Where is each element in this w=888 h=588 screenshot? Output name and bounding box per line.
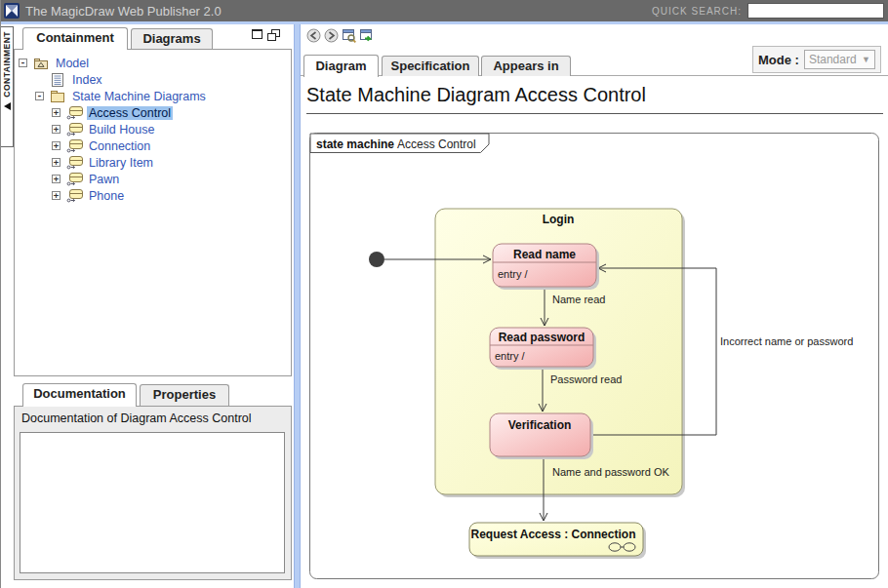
statemachine-diagram-icon bbox=[66, 156, 83, 170]
tree-item-library-item[interactable]: + Library Item bbox=[52, 154, 155, 171]
state-machine-diagram: state machine Access Control Login bbox=[309, 133, 879, 579]
frame-kind-label: state machine bbox=[316, 137, 394, 151]
collapse-expander-icon[interactable]: + bbox=[52, 125, 61, 134]
mode-select[interactable]: Standard ▼ bbox=[804, 50, 875, 69]
tree-item-pawn[interactable]: + Pawn bbox=[52, 171, 121, 187]
collapse-expander-icon[interactable]: + bbox=[52, 108, 61, 117]
containment-collapse-tab[interactable]: CONTAINMENT bbox=[1, 26, 14, 147]
collapse-expander-icon[interactable]: - bbox=[19, 59, 27, 67]
content-toolbar bbox=[306, 28, 374, 43]
tree-item-build-house[interactable]: + Build House bbox=[52, 121, 156, 137]
tab-diagram[interactable]: Diagram bbox=[303, 55, 379, 77]
open-in-new-window-icon[interactable] bbox=[359, 28, 374, 43]
tab-appears-in[interactable]: Appears in bbox=[481, 56, 571, 76]
tab-appears-in-label: Appears in bbox=[493, 59, 558, 73]
tree-item-label[interactable]: Model bbox=[54, 57, 91, 70]
minimize-panel-icon[interactable] bbox=[252, 29, 262, 39]
tab-diagrams-label: Diagrams bbox=[142, 31, 200, 46]
state-read-password-label: Read password bbox=[499, 331, 585, 344]
restore-panel-icon[interactable] bbox=[267, 29, 280, 41]
collapse-expander-icon[interactable]: + bbox=[52, 141, 61, 150]
tab-specification-label: Specification bbox=[391, 59, 470, 73]
initial-state[interactable] bbox=[369, 252, 384, 267]
forward-icon[interactable] bbox=[324, 28, 339, 43]
state-read-password[interactable]: Read password entry / bbox=[490, 328, 596, 370]
collapse-expander-icon[interactable]: + bbox=[52, 158, 61, 167]
tree-item-label[interactable]: Pawn bbox=[87, 173, 121, 186]
frame-name-label: Access Control bbox=[397, 137, 476, 151]
tree-item-phone[interactable]: + Phone bbox=[52, 187, 126, 204]
collapse-expander-icon[interactable]: + bbox=[52, 175, 61, 183]
tree-item-label[interactable]: Connection bbox=[87, 139, 152, 153]
collapse-arrow-icon bbox=[4, 102, 11, 110]
documentation-header: Documentation of Diagram Access Control bbox=[21, 412, 252, 425]
index-icon bbox=[50, 73, 66, 87]
tab-properties[interactable]: Properties bbox=[140, 384, 229, 407]
panel-splitter[interactable] bbox=[294, 24, 301, 588]
page-title: State Machine Diagram Access Control bbox=[306, 84, 646, 106]
tree-item-label[interactable]: State Machine Diagrams bbox=[70, 90, 208, 103]
label-incorrect: Incorrect name or password bbox=[720, 335, 853, 347]
label-name-read: Name read bbox=[552, 294, 605, 305]
tree-item-label[interactable]: Library Item bbox=[87, 156, 155, 170]
tree-item-label[interactable]: Access Control bbox=[87, 106, 173, 120]
chevron-down-icon: ▼ bbox=[862, 55, 870, 64]
title-bar: The MagicDraw Web Publisher 2.0 QUICK SE… bbox=[1, 0, 888, 21]
tab-diagram-label: Diagram bbox=[315, 59, 366, 73]
tree-item-label[interactable]: Build House bbox=[87, 123, 156, 137]
state-read-name-entry: entry / bbox=[498, 268, 529, 280]
tab-documentation-label: Documentation bbox=[33, 386, 126, 401]
statemachine-diagram-icon bbox=[66, 123, 83, 137]
tab-containment[interactable]: Containment bbox=[22, 27, 128, 50]
magicdraw-web-publisher-window: The MagicDraw Web Publisher 2.0 QUICK SE… bbox=[0, 0, 888, 588]
tree-item-state-machine-diagrams[interactable]: - State Machine Diagrams bbox=[35, 88, 208, 104]
label-ok: Name and password OK bbox=[552, 466, 669, 478]
tree-item-label[interactable]: Phone bbox=[87, 189, 126, 203]
state-request-access-label: Request Access : Connection bbox=[471, 528, 636, 541]
tree-item-model[interactable]: - Model bbox=[19, 55, 91, 71]
state-request-access[interactable]: Request Access : Connection bbox=[469, 523, 646, 559]
tree-item-access-control[interactable]: + Access Control bbox=[52, 104, 173, 121]
tab-diagrams[interactable]: Diagrams bbox=[131, 28, 213, 50]
label-password-read: Password read bbox=[550, 373, 622, 385]
tab-containment-label: Containment bbox=[36, 30, 113, 45]
quick-search-input[interactable] bbox=[747, 3, 884, 19]
package-icon bbox=[33, 57, 50, 70]
tab-specification[interactable]: Specification bbox=[382, 56, 479, 76]
statemachine-diagram-icon bbox=[66, 189, 83, 203]
folder-icon bbox=[50, 90, 66, 103]
statemachine-diagram-icon bbox=[66, 106, 83, 120]
quick-search-label: QUICK SEARCH: bbox=[652, 6, 742, 17]
state-verification[interactable]: Verification bbox=[490, 413, 593, 459]
state-read-name[interactable]: Read name entry / bbox=[493, 244, 599, 290]
mode-box: Mode : Standard ▼ bbox=[752, 46, 881, 73]
content-panel: Diagram Specification Appears in Mode : … bbox=[301, 24, 888, 588]
back-icon[interactable] bbox=[306, 28, 321, 43]
containment-collapse-label: CONTAINMENT bbox=[2, 31, 12, 98]
tree-item-connection[interactable]: + Connection bbox=[52, 137, 152, 154]
collapse-expander-icon[interactable]: - bbox=[35, 92, 44, 100]
specification-window-icon[interactable] bbox=[342, 28, 356, 43]
statemachine-diagram-icon bbox=[66, 173, 83, 186]
tree-item-label[interactable]: Index bbox=[70, 73, 104, 87]
mode-label: Mode : bbox=[758, 53, 799, 67]
title-rule bbox=[306, 113, 883, 114]
state-read-name-label: Read name bbox=[513, 248, 576, 261]
collapse-expander-icon[interactable]: + bbox=[52, 191, 61, 200]
state-login-label: Login bbox=[543, 213, 575, 226]
documentation-textarea[interactable] bbox=[20, 432, 285, 573]
statemachine-diagram-icon bbox=[66, 139, 83, 153]
tab-properties-label: Properties bbox=[153, 387, 216, 402]
tree-item-index[interactable]: Index bbox=[35, 71, 104, 88]
state-verification-label: Verification bbox=[508, 418, 572, 432]
state-read-password-entry: entry / bbox=[495, 350, 526, 362]
tab-documentation[interactable]: Documentation bbox=[22, 383, 137, 407]
mode-selected-value: Standard bbox=[809, 53, 857, 66]
browser-panel: Containment Diagrams - Model Index - bbox=[14, 24, 294, 588]
magicdraw-logo-icon bbox=[4, 3, 20, 19]
app-title: The MagicDraw Web Publisher 2.0 bbox=[25, 4, 222, 19]
